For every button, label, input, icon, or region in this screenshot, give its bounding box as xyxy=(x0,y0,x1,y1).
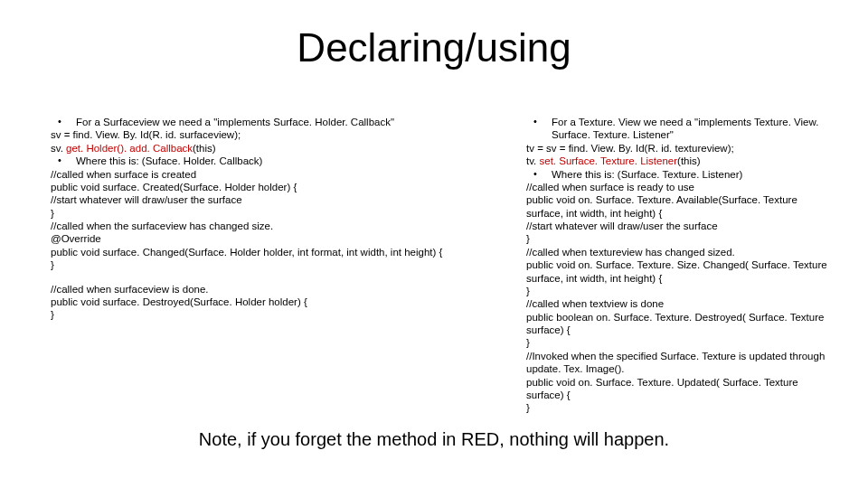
slide: Declaring/using For a Surfaceview we nee… xyxy=(0,0,868,488)
right-line-red: tv. set. Surface. Texture. Listener(this… xyxy=(526,155,835,167)
left-line: public void surface. Changed(Surface. Ho… xyxy=(51,246,512,258)
columns: For a Surfaceview we need a "implements … xyxy=(51,116,835,415)
right-line: //called when surface is ready to use xyxy=(526,181,835,193)
slide-title: Declaring/using xyxy=(0,25,868,70)
left-line: @Override xyxy=(51,232,512,245)
left-column: For a Surfaceview we need a "implements … xyxy=(51,116,512,415)
right-bullet-2: Where this is: (Surface. Texture. Listen… xyxy=(526,168,835,181)
left-line: sv = find. View. By. Id(R. id. surfacevi… xyxy=(51,128,512,141)
red-text: get. Holder(). add. Callback xyxy=(66,143,193,154)
right-line: //start whatever will draw/user the surf… xyxy=(526,220,835,232)
left-bullet-2: Where this is: (Suface. Holder. Callback… xyxy=(51,155,512,167)
text: tv. xyxy=(526,155,539,166)
right-line: //called when textureview has changed si… xyxy=(526,246,835,258)
left-line: //called when the surfaceview has change… xyxy=(51,220,512,232)
left-line: } xyxy=(51,258,512,271)
left-line: } xyxy=(51,207,512,220)
right-bullet-1: For a Texture. View we need a "implement… xyxy=(526,116,835,142)
right-line: //Invoked when the specified Surface. Te… xyxy=(526,350,835,376)
left-line: //start whatever will draw/user the surf… xyxy=(51,193,512,206)
right-line: public void on. Surface. Texture. Availa… xyxy=(526,193,835,220)
text: (this) xyxy=(677,155,701,166)
spacer xyxy=(51,272,512,283)
left-line-red: sv. get. Holder(). add. Callback(this) xyxy=(51,142,512,155)
right-line: } xyxy=(526,232,835,245)
right-line: } xyxy=(526,401,835,414)
red-text: set. Surface. Texture. Listener xyxy=(539,155,677,166)
left-bullet-1: For a Surfaceview we need a "implements … xyxy=(51,116,512,128)
text: (this) xyxy=(193,143,216,154)
left-line: public void surface. Destroyed(Surface. … xyxy=(51,296,512,308)
text: sv. xyxy=(51,143,66,154)
left-line: public void surface. Created(Surface. Ho… xyxy=(51,181,512,193)
right-line: } xyxy=(526,285,835,297)
left-line: //called when surface is created xyxy=(51,168,512,181)
footer-note: Note, if you forget the method in RED, n… xyxy=(0,429,868,450)
right-line: } xyxy=(526,336,835,349)
right-line: public void on. Surface. Texture. Update… xyxy=(526,376,835,402)
right-line: public void on. Surface. Texture. Size. … xyxy=(526,258,835,285)
right-line: tv = sv = find. View. By. Id(R. id. text… xyxy=(526,142,835,155)
right-line: //called when textview is done xyxy=(526,297,835,310)
left-line: } xyxy=(51,308,512,321)
right-line: public boolean on. Surface. Texture. Des… xyxy=(526,311,835,337)
left-line: //called when surfaceview is done. xyxy=(51,283,512,296)
right-column: For a Texture. View we need a "implement… xyxy=(526,116,835,415)
